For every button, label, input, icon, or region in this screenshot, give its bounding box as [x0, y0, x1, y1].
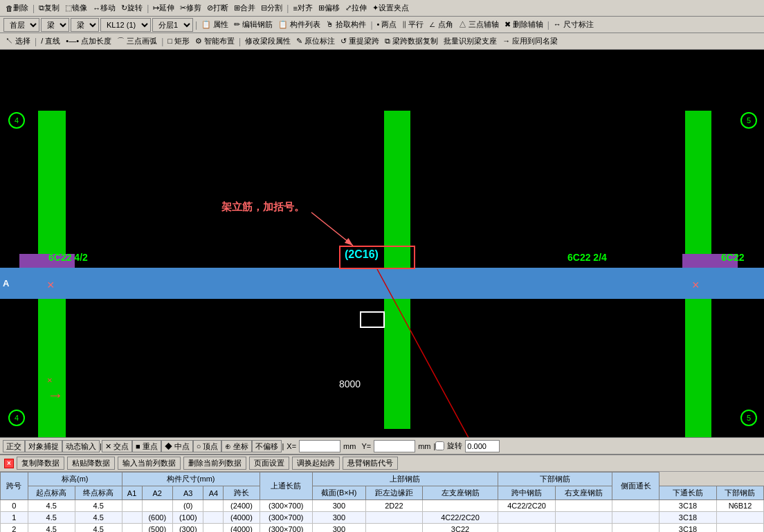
tool-merge[interactable]: ⊞ 合并	[232, 2, 257, 14]
table-cell[interactable]: 300	[312, 524, 365, 533]
table-row[interactable]: 14.54.5(600)(100)(4000)(300×700)3004C22/…	[1, 512, 764, 524]
tool-re-span[interactable]: ↺ 重提梁跨	[338, 35, 381, 47]
table-cell[interactable]: 2D22	[365, 500, 422, 512]
table-cell[interactable]	[203, 524, 224, 533]
table-cell[interactable]	[716, 512, 763, 524]
tool-part-list[interactable]: 📋 构件列表	[276, 19, 322, 30]
table-cell[interactable]: (500)	[142, 524, 172, 533]
status-endpoint[interactable]: ■ 重点	[132, 440, 161, 452]
status-snap[interactable]: 对象捕捉	[25, 440, 62, 452]
table-cell[interactable]: 300	[312, 500, 365, 512]
btn-cantilever[interactable]: 悬臂钢筋代号	[343, 457, 398, 470]
btn-page-setup[interactable]: 页面设置	[249, 457, 289, 470]
btn-del-col[interactable]: 删除当前列数据	[183, 457, 246, 470]
x-input[interactable]	[299, 440, 340, 452]
type-select[interactable]: 梁	[41, 18, 69, 32]
btn-paste-data[interactable]: 粘贴降数据	[67, 457, 115, 470]
tool-orig-mark[interactable]: ✎ 原位标注	[294, 35, 337, 47]
y-input[interactable]	[374, 440, 415, 452]
table-row[interactable]: 24.54.5(500)(300)(4000)(300×700)3003C223…	[1, 524, 764, 533]
tool-three-point[interactable]: △ 三点辅轴	[457, 19, 501, 30]
table-cell[interactable]: (4000)	[224, 512, 260, 524]
status-ortho[interactable]: 正交	[3, 440, 25, 452]
table-cell[interactable]: 1	[1, 512, 28, 524]
rotate-input[interactable]	[465, 440, 500, 452]
close-button[interactable]: ×	[4, 459, 14, 468]
tool-delete[interactable]: 🗑 删除	[3, 2, 30, 14]
table-cell[interactable]: (4000)	[224, 524, 260, 533]
table-cell[interactable]	[612, 500, 660, 512]
tool-copy[interactable]: ⧉ 复制	[37, 2, 62, 14]
tool-properties[interactable]: 📋 属性	[199, 19, 230, 30]
tool-arc[interactable]: ⌒ 三点画弧	[115, 35, 159, 47]
status-midpoint[interactable]: ◆ 中点	[161, 440, 193, 452]
tool-del-axis[interactable]: ✖ 删除辅轴	[502, 19, 545, 30]
table-cell[interactable]: 4.5	[28, 500, 75, 512]
table-cell[interactable]: 300	[312, 512, 365, 524]
tool-align[interactable]: ≡ 对齐	[291, 2, 314, 14]
table-cell[interactable]	[203, 512, 224, 524]
status-vertex[interactable]: ○ 顶点	[193, 440, 222, 452]
tool-extend[interactable]: ↦ 延伸	[151, 2, 176, 14]
table-cell[interactable]: (2400)	[224, 500, 260, 512]
status-dynin[interactable]: 动态输入	[62, 440, 100, 452]
table-cell[interactable]: N6B12	[716, 500, 763, 512]
tool-point-angle[interactable]: ∠ 点角	[427, 19, 455, 30]
tool-stretch[interactable]: ⤢ 拉伸	[343, 2, 369, 14]
table-cell[interactable]	[716, 524, 763, 533]
table-row[interactable]: 04.54.5(0)(2400)(300×700)3002D224C22/2C2…	[1, 500, 764, 512]
tool-mirror[interactable]: ⬚ 镜像	[63, 2, 89, 14]
status-intersect[interactable]: ✕ 交点	[102, 440, 132, 452]
tool-pick-part[interactable]: 🖱 拾取构件	[324, 19, 368, 30]
table-cell[interactable]	[556, 500, 612, 512]
tool-line[interactable]: / 直线	[39, 35, 62, 47]
layer-select[interactable]: 首层	[3, 18, 39, 32]
tool-two-point[interactable]: • 两点	[375, 19, 399, 30]
btn-copy-data[interactable]: 复制降数据	[17, 457, 64, 470]
table-cell[interactable]	[122, 512, 142, 524]
table-cell[interactable]	[122, 500, 142, 512]
tool-apply-same[interactable]: → 应用到同名梁	[500, 35, 560, 47]
tool-rect[interactable]: □ 矩形	[165, 35, 192, 47]
table-cell[interactable]	[365, 524, 422, 533]
table-cell[interactable]	[365, 512, 422, 524]
status-coord[interactable]: ⊕ 坐标	[221, 440, 252, 452]
table-container[interactable]: 跨号 标高(m) 构件尺寸(mm) 上通长筋 上部钢筋 下部钢筋 侧面通长 起点…	[0, 472, 764, 532]
table-cell[interactable]: 4.5	[75, 500, 122, 512]
table-cell[interactable]: 3C18	[660, 500, 717, 512]
tool-smart[interactable]: ⚙ 智能布置	[193, 35, 237, 47]
beam-select[interactable]: KL12 (1)	[100, 18, 151, 32]
tool-parallel[interactable]: ∥ 平行	[400, 19, 426, 30]
table-cell[interactable]: 4C22/2C20	[498, 500, 556, 512]
tool-point-len[interactable]: •—• 点加长度	[64, 35, 113, 47]
tool-batch-seat[interactable]: 批量识别梁支座	[442, 35, 499, 47]
status-noshift[interactable]: 不偏移	[252, 440, 282, 452]
table-cell[interactable]: (300×700)	[260, 512, 312, 524]
table-cell[interactable]: 2	[1, 524, 28, 533]
table-cell[interactable]	[498, 524, 556, 533]
tool-copy-span[interactable]: ⧉ 梁跨数据复制	[383, 35, 440, 47]
table-cell[interactable]: 3C22	[422, 524, 498, 533]
table-cell[interactable]	[422, 500, 498, 512]
table-cell[interactable]: (300×700)	[260, 524, 312, 533]
tool-break[interactable]: ⊘ 打断	[205, 2, 230, 14]
table-cell[interactable]	[556, 512, 612, 524]
type2-select[interactable]: 梁	[71, 18, 99, 32]
canvas-area[interactable]: 4 5 4 5 A × × 6C22 4/2 6C22 2/4 6C22 (2C…	[0, 50, 764, 437]
tool-move[interactable]: ↔ 移动	[91, 2, 118, 14]
tool-trim[interactable]: ✂ 修剪	[178, 2, 203, 14]
table-cell[interactable]: 4.5	[28, 512, 75, 524]
tool-mod-seg[interactable]: 修改梁段属性	[243, 35, 293, 47]
table-cell[interactable]: 3C18	[660, 512, 717, 524]
table-cell[interactable]	[612, 524, 660, 533]
table-cell[interactable]: (100)	[172, 512, 203, 524]
btn-swap-span[interactable]: 调换起始跨	[292, 457, 340, 470]
table-cell[interactable]: 4.5	[75, 512, 122, 524]
table-cell[interactable]: (300)	[172, 524, 203, 533]
tool-offset[interactable]: ⊞ 偏移	[316, 2, 342, 14]
tool-edit-rebar[interactable]: ✏ 编辑钢筋	[232, 19, 275, 30]
tool-split[interactable]: ⊟ 分割	[259, 2, 284, 14]
table-cell[interactable]: 4C22/2C20	[422, 512, 498, 524]
table-cell[interactable]: (0)	[172, 500, 203, 512]
table-cell[interactable]: 3C18	[660, 524, 717, 533]
